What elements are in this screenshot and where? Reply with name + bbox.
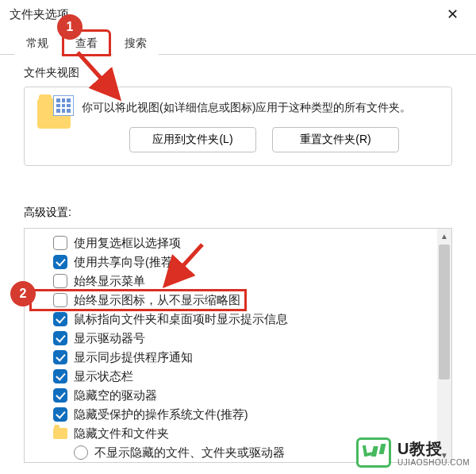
setting-row-5[interactable]: 显示驱动器号 bbox=[31, 329, 448, 348]
setting-row-2[interactable]: 始终显示菜单 bbox=[31, 272, 448, 291]
watermark-url: UJIAOSHOU.COM bbox=[397, 458, 470, 467]
step-marker-1: 1 bbox=[59, 16, 81, 38]
watermark-logo-icon bbox=[356, 437, 391, 468]
tab-search[interactable]: 搜索 bbox=[113, 31, 159, 55]
folder-views-box: 你可以将此视图(如详细信息或图标)应用于这种类型的所有文件夹。 应用到文件夹(L… bbox=[24, 87, 452, 166]
setting-label: 隐藏空的驱动器 bbox=[74, 387, 157, 404]
setting-label: 显示状态栏 bbox=[74, 368, 133, 385]
setting-label: 鼠标指向文件夹和桌面项时显示提示信息 bbox=[74, 310, 288, 328]
setting-label: 使用复选框以选择项 bbox=[74, 234, 181, 252]
radio[interactable] bbox=[74, 445, 88, 460]
setting-row-3[interactable]: 始终显示图标，从不显示缩略图 bbox=[31, 291, 245, 310]
setting-label: 显示同步提供程序通知 bbox=[74, 349, 193, 366]
reset-folders-button[interactable]: 重置文件夹(R) bbox=[272, 127, 399, 152]
watermark: U教授 UJIAOSHOU.COM bbox=[356, 437, 470, 468]
setting-label: 始终显示菜单 bbox=[74, 272, 145, 290]
checkbox[interactable] bbox=[53, 350, 67, 364]
advanced-settings: 高级设置: 使用复选框以选择项使用共享向导(推荐)始终显示菜单始终显示图标，从不… bbox=[0, 166, 476, 463]
folder-icon bbox=[53, 428, 67, 439]
advanced-settings-title: 高级设置: bbox=[24, 206, 452, 220]
checkbox[interactable] bbox=[53, 236, 67, 250]
window-title: 文件夹选项 bbox=[10, 7, 69, 21]
setting-row-6[interactable]: 显示同步提供程序通知 bbox=[31, 348, 448, 367]
tab-general[interactable]: 常规 bbox=[14, 31, 60, 55]
folder-views-title: 文件夹视图 bbox=[24, 66, 452, 80]
setting-row-9[interactable]: 隐藏受保护的操作系统文件(推荐) bbox=[31, 405, 448, 424]
checkbox[interactable] bbox=[53, 293, 67, 307]
folder-icon bbox=[37, 98, 71, 129]
checkbox[interactable] bbox=[53, 388, 67, 403]
setting-row-1[interactable]: 使用共享向导(推荐) bbox=[31, 252, 448, 272]
folder-views-description: 你可以将此视图(如详细信息或图标)应用于这种类型的所有文件夹。 bbox=[82, 98, 439, 116]
checkbox[interactable] bbox=[53, 407, 67, 422]
checkbox[interactable] bbox=[53, 255, 67, 269]
setting-row-0[interactable]: 使用复选框以选择项 bbox=[31, 233, 448, 252]
advanced-settings-list: 使用复选框以选择项使用共享向导(推荐)始终显示菜单始终显示图标，从不显示缩略图鼠… bbox=[24, 228, 452, 463]
step-marker-2: 2 bbox=[12, 283, 34, 305]
setting-row-8[interactable]: 隐藏空的驱动器 bbox=[31, 386, 448, 405]
setting-label: 隐藏受保护的操作系统文件(推荐) bbox=[74, 406, 248, 423]
setting-label: 显示驱动器号 bbox=[74, 329, 145, 347]
folder-views-panel: 文件夹视图 你可以将此视图(如详细信息或图标)应用于这种类型的所有文件夹。 应用… bbox=[0, 55, 476, 166]
setting-label: 隐藏文件和文件夹 bbox=[74, 425, 169, 442]
checkbox[interactable] bbox=[53, 369, 67, 383]
setting-row-4[interactable]: 鼠标指向文件夹和桌面项时显示提示信息 bbox=[31, 310, 448, 329]
setting-label: 始终显示图标，从不显示缩略图 bbox=[74, 291, 240, 309]
checkbox[interactable] bbox=[53, 331, 67, 345]
checkbox[interactable] bbox=[53, 312, 67, 326]
setting-label: 使用共享向导(推荐) bbox=[74, 253, 177, 271]
radio-label: 不显示隐藏的文件、文件夹或驱动器 bbox=[94, 444, 285, 461]
scrollbar-thumb[interactable] bbox=[439, 245, 450, 380]
apply-to-folders-button[interactable]: 应用到文件夹(L) bbox=[129, 127, 256, 152]
checkbox[interactable] bbox=[53, 274, 67, 288]
setting-row-7[interactable]: 显示状态栏 bbox=[31, 367, 448, 386]
watermark-name: U教授 bbox=[397, 438, 470, 460]
vertical-scrollbar[interactable]: ▲ ▼ bbox=[437, 229, 451, 462]
scroll-up-icon[interactable]: ▲ bbox=[437, 229, 451, 243]
close-button[interactable]: ✕ bbox=[440, 0, 465, 29]
